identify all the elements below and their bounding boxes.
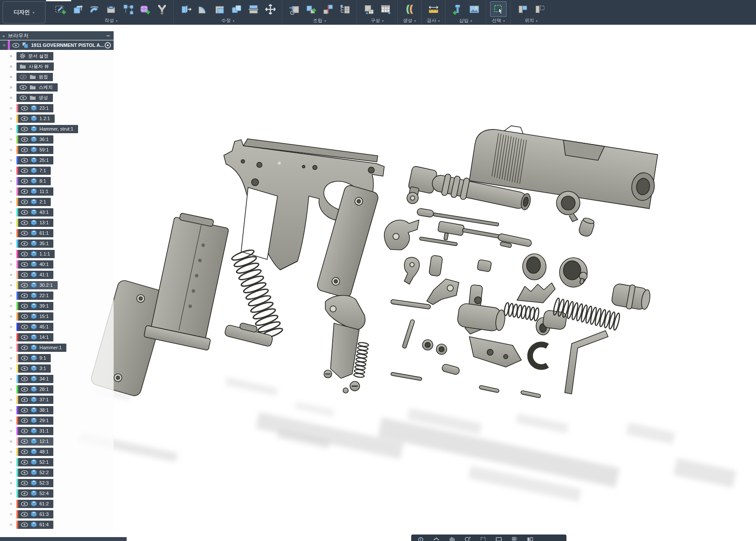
- part-bracket-holes[interactable]: [469, 337, 521, 367]
- eye-icon[interactable]: [21, 283, 28, 288]
- eye-icon[interactable]: [21, 356, 28, 361]
- component-item[interactable]: 22:1: [16, 292, 53, 300]
- position-revert-icon[interactable]: [532, 2, 547, 16]
- part-mainspring-cap[interactable]: [457, 303, 506, 333]
- part-cylinder-large[interactable]: [611, 282, 651, 312]
- chevron-expand-icon[interactable]: »: [10, 84, 16, 90]
- group-label-generate[interactable]: 생성: [403, 17, 416, 24]
- chevron-expand-icon[interactable]: »: [10, 282, 16, 288]
- eye-icon[interactable]: [21, 512, 28, 517]
- group-label-position[interactable]: 위치: [524, 17, 537, 24]
- chevron-expand-icon[interactable]: »: [10, 178, 16, 184]
- chevron-expand-icon[interactable]: »: [10, 386, 16, 392]
- chevron-expand-icon[interactable]: »: [10, 95, 16, 101]
- look-at-icon[interactable]: [433, 535, 440, 541]
- chevron-expand-icon[interactable]: »: [10, 459, 16, 465]
- chevron-expand-icon[interactable]: »: [10, 115, 16, 121]
- bom-structure-icon[interactable]: [337, 2, 353, 16]
- insert-fastener-icon[interactable]: [449, 2, 465, 16]
- eye-icon[interactable]: [21, 158, 28, 163]
- eye-icon[interactable]: [21, 397, 28, 402]
- chevron-expand-icon[interactable]: »: [10, 126, 16, 132]
- chevron-expand-icon[interactable]: »: [10, 303, 16, 309]
- part-bushing-small[interactable]: [523, 254, 546, 280]
- eye-icon[interactable]: [21, 231, 28, 236]
- component-item[interactable]: 61:3: [16, 510, 53, 518]
- chevron-expand-icon[interactable]: »: [10, 53, 16, 59]
- new-component-icon[interactable]: [303, 2, 319, 16]
- part-plunger-tube[interactable]: [497, 233, 532, 252]
- eye-icon[interactable]: [20, 85, 27, 90]
- eye-icon[interactable]: [21, 179, 28, 184]
- configure-feature-icon[interactable]: [361, 2, 376, 16]
- eye-icon[interactable]: [21, 148, 28, 152]
- eye-icon[interactable]: [21, 449, 28, 454]
- group-label-create[interactable]: 작성: [105, 17, 118, 24]
- chevron-expand-icon[interactable]: »: [10, 344, 16, 351]
- eye-icon[interactable]: [21, 272, 28, 277]
- part-mainspring[interactable]: [504, 302, 540, 321]
- chevron-expand-icon[interactable]: »: [10, 511, 16, 517]
- chevron-expand-icon[interactable]: »: [10, 251, 16, 257]
- chevron-expand-icon[interactable]: »: [10, 261, 16, 267]
- configuration-table-icon[interactable]: [378, 2, 393, 16]
- eye-icon[interactable]: [21, 325, 28, 329]
- component-item[interactable]: 14:1: [16, 333, 53, 341]
- folder-item[interactable]: 사용자 뷰: [16, 62, 54, 71]
- eye-icon[interactable]: [21, 470, 28, 475]
- eye-icon[interactable]: [21, 377, 28, 381]
- rectangular-pattern-icon[interactable]: [120, 2, 136, 16]
- chevron-expand-icon[interactable]: »: [10, 355, 16, 361]
- eye-icon[interactable]: [21, 127, 28, 131]
- eye-icon[interactable]: [21, 252, 28, 256]
- component-item[interactable]: 28:1: [16, 385, 53, 393]
- insert-derive-icon[interactable]: [286, 2, 302, 16]
- eye-icon[interactable]: [21, 220, 28, 225]
- component-item[interactable]: 52:4: [16, 489, 53, 498]
- eye-icon[interactable]: [21, 304, 28, 308]
- generate-icon[interactable]: [402, 2, 417, 16]
- group-label-insert[interactable]: 삽입: [459, 17, 472, 24]
- eye-icon[interactable]: [21, 314, 28, 319]
- chevron-expand-icon[interactable]: »: [10, 157, 16, 163]
- chevron-expand-icon[interactable]: »: [10, 449, 16, 455]
- fit-icon[interactable]: [480, 535, 487, 541]
- part-bracket-bent[interactable]: [565, 331, 608, 394]
- eye-icon[interactable]: [21, 168, 28, 173]
- eye-icon[interactable]: [21, 418, 28, 423]
- move-icon[interactable]: [262, 2, 278, 16]
- component-item[interactable]: 59:1: [16, 146, 53, 154]
- zoom-icon[interactable]: [464, 535, 471, 541]
- eye-icon[interactable]: [21, 439, 28, 444]
- chevron-expand-icon[interactable]: »: [10, 188, 16, 194]
- eye-icon[interactable]: [21, 137, 28, 142]
- part-c-clip[interactable]: [530, 344, 547, 367]
- eye-icon[interactable]: [21, 502, 28, 506]
- component-item[interactable]: 3:1: [16, 364, 51, 373]
- chevron-expand-icon[interactable]: »: [10, 74, 16, 80]
- chevron-expand-icon[interactable]: »: [10, 199, 16, 205]
- component-item[interactable]: 61:4: [16, 521, 53, 529]
- eye-icon[interactable]: [20, 95, 27, 100]
- measure-icon[interactable]: [425, 2, 441, 16]
- browser-root-row[interactable]: » 1911 GOVERNMENT PISTOL A...: [0, 40, 114, 50]
- eye-icon[interactable]: [21, 491, 28, 496]
- component-item[interactable]: 8:1: [16, 177, 51, 185]
- chevron-expand-icon[interactable]: »: [10, 501, 16, 507]
- part-sear-spring[interactable]: [517, 283, 555, 303]
- component-item[interactable]: 52:2: [16, 469, 53, 477]
- eye-icon[interactable]: [21, 293, 28, 298]
- pipe-icon[interactable]: [154, 2, 170, 16]
- group-label-inspect[interactable]: 검사: [427, 17, 440, 24]
- chevron-expand-icon[interactable]: »: [10, 417, 16, 423]
- orbit-icon[interactable]: [417, 535, 424, 541]
- component-item[interactable]: 61:2: [16, 500, 53, 508]
- chevron-expand-icon[interactable]: »: [10, 521, 16, 528]
- select-window-icon[interactable]: [490, 1, 507, 17]
- folder-item[interactable]: 생성: [16, 94, 53, 102]
- component-item[interactable]: 13:1: [16, 219, 53, 227]
- component-item[interactable]: 52:1: [16, 458, 53, 466]
- component-item[interactable]: 31:1: [16, 427, 53, 435]
- create-sketch-icon[interactable]: [52, 2, 68, 16]
- component-item[interactable]: Hammer:1: [16, 344, 66, 352]
